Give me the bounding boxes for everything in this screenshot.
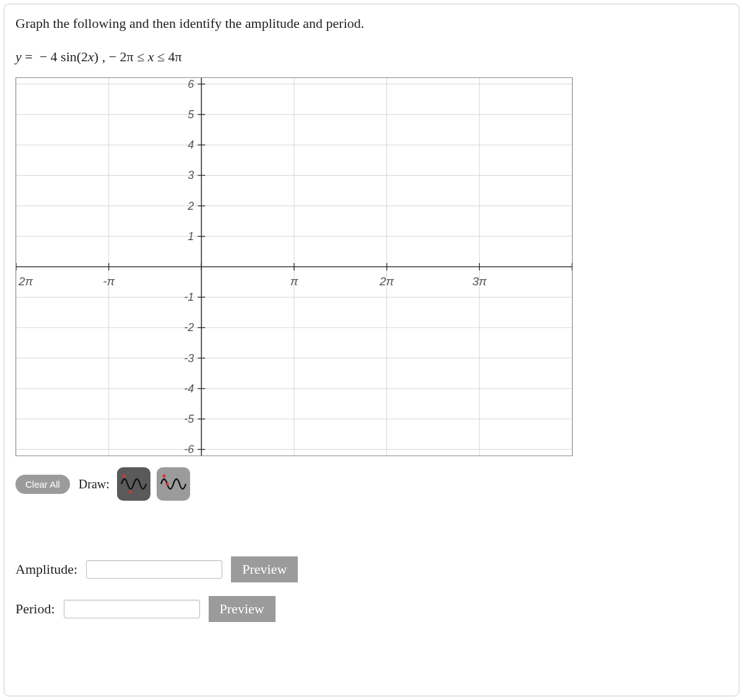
svg-text:-3: -3 <box>184 352 194 365</box>
graph-canvas[interactable]: -6-5-4-3-2-11234562π-ππ2π3π <box>15 77 573 456</box>
svg-text:1: 1 <box>188 230 194 243</box>
wave-tool-button-2[interactable] <box>157 467 190 501</box>
period-input[interactable] <box>64 600 200 618</box>
wave-icon <box>160 472 187 496</box>
question-card: Graph the following and then identify th… <box>4 4 739 696</box>
svg-point-56 <box>123 475 126 478</box>
svg-text:-1: -1 <box>184 291 194 303</box>
amplitude-row: Amplitude: Preview <box>15 556 728 582</box>
svg-text:-2: -2 <box>184 321 194 334</box>
period-row: Period: Preview <box>15 596 728 622</box>
svg-text:2π: 2π <box>18 275 34 288</box>
svg-text:-π: -π <box>103 275 115 288</box>
svg-text:2: 2 <box>187 200 194 212</box>
amplitude-label: Amplitude: <box>15 561 77 577</box>
svg-point-57 <box>129 491 132 494</box>
svg-text:5: 5 <box>188 108 194 121</box>
period-label: Period: <box>15 601 55 617</box>
answers-section: Amplitude: Preview Period: Preview <box>15 556 728 622</box>
svg-text:6: 6 <box>188 78 194 90</box>
question-prompt: Graph the following and then identify th… <box>15 15 728 32</box>
draw-toolbar: Clear All Draw: <box>15 467 728 501</box>
draw-label: Draw: <box>79 477 110 491</box>
wave-icon <box>120 472 147 496</box>
clear-all-button[interactable]: Clear All <box>15 475 70 494</box>
svg-text:-6: -6 <box>184 443 194 456</box>
svg-text:-5: -5 <box>184 413 194 425</box>
equation: y = − 4 sin(2x) , − 2π ≤ x ≤ 4π <box>15 49 728 65</box>
svg-text:4: 4 <box>188 139 194 151</box>
period-preview-button[interactable]: Preview <box>209 596 276 622</box>
graph-svg: -6-5-4-3-2-11234562π-ππ2π3π <box>16 78 572 456</box>
svg-text:π: π <box>290 275 299 288</box>
svg-point-58 <box>162 475 165 478</box>
svg-text:3: 3 <box>188 169 194 181</box>
wave-tool-button-1[interactable] <box>117 467 150 501</box>
svg-text:2π: 2π <box>379 275 395 288</box>
svg-text:3π: 3π <box>472 275 488 288</box>
svg-text:-4: -4 <box>184 382 194 395</box>
svg-point-59 <box>165 483 168 486</box>
amplitude-input[interactable] <box>86 560 222 579</box>
amplitude-preview-button[interactable]: Preview <box>231 556 298 582</box>
